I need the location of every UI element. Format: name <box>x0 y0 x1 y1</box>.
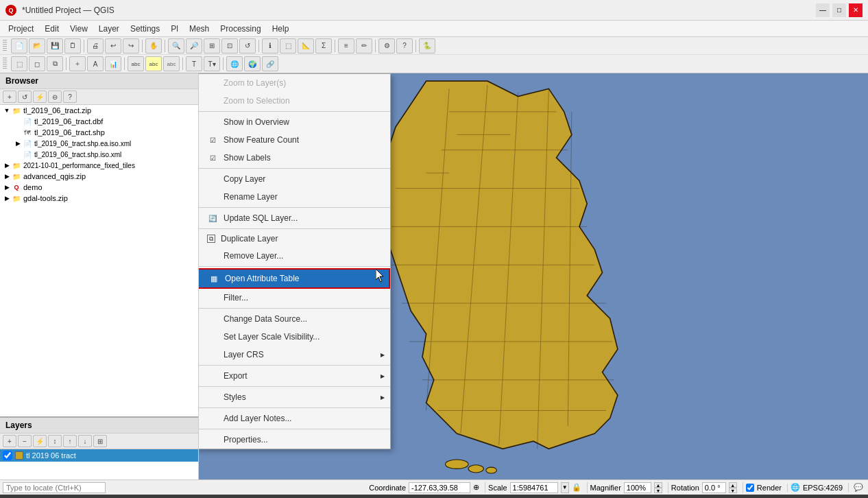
layers-add-button[interactable]: + <box>3 435 16 447</box>
ctx-add-layer-notes[interactable]: Add Layer Notes... <box>199 410 390 427</box>
menu-view[interactable]: View <box>64 23 93 35</box>
sum-button[interactable]: Σ <box>315 38 332 54</box>
python-button[interactable]: 🐍 <box>419 38 435 54</box>
digitize-button[interactable]: ✏ <box>356 38 372 54</box>
ctx-layer-crs[interactable]: Layer CRS <box>199 346 390 364</box>
ctx-styles[interactable]: Styles <box>199 388 390 406</box>
ctx-open-attr-table[interactable]: ▦ Open Attribute Table <box>199 268 390 289</box>
magnifier-up-button[interactable]: ▲ <box>654 482 662 488</box>
tree-item-performance[interactable]: ▶ 📁 2021-10-01_performance_fixed_tiles <box>0 160 198 171</box>
browser-add-button[interactable]: + <box>3 91 16 103</box>
settings-button[interactable]: ⚙ <box>378 38 395 54</box>
open-project-button[interactable]: 📂 <box>29 38 45 54</box>
menu-edit[interactable]: Edit <box>39 23 64 35</box>
ctx-duplicate-layer[interactable]: ⧉ Duplicate Layer <box>199 230 390 247</box>
locate-input[interactable] <box>3 482 106 493</box>
minimize-button[interactable]: — <box>816 3 830 17</box>
ctx-zoom-layers[interactable]: Zoom to Layer(s) <box>199 74 390 92</box>
ctx-set-scale[interactable]: Set Layer Scale Visibility... <box>199 328 390 346</box>
layers-list[interactable]: tl 2019 06 tract <box>0 449 198 479</box>
ctx-properties[interactable]: Properties... <box>199 431 390 449</box>
text-button[interactable]: T <box>186 56 202 71</box>
menu-processing[interactable]: Processing <box>215 23 266 35</box>
menu-mesh[interactable]: Mesh <box>184 23 215 35</box>
label-button[interactable]: A <box>87 56 104 71</box>
tree-item-dbf[interactable]: 📄 tl_2019_06_tract.dbf <box>0 116 198 127</box>
magnifier-input[interactable] <box>624 482 651 493</box>
rotation-down-button[interactable]: ▼ <box>729 488 737 493</box>
tree-item-shp[interactable]: 🗺 tl_2019_06_tract.shp <box>0 127 198 138</box>
ctx-change-datasource[interactable]: Change Data Source... <box>199 310 390 328</box>
new-project-button[interactable]: 📄 <box>11 38 27 54</box>
layers-sort-button[interactable]: ↕ <box>48 435 62 447</box>
label-pin-button[interactable]: abc <box>163 56 180 71</box>
select-button[interactable]: ⬚ <box>280 38 296 54</box>
layer-item-tract[interactable]: tl 2019 06 tract <box>0 449 198 462</box>
globe-button[interactable]: 🌐 <box>226 56 243 71</box>
scale-dropdown-button[interactable]: ▼ <box>561 482 569 493</box>
layers-filter-button[interactable]: ⚡ <box>33 435 47 447</box>
pan-button[interactable]: ✋ <box>145 38 162 54</box>
layers-group-button[interactable]: ⊞ <box>93 435 107 447</box>
browser-collapse-button[interactable]: ⊖ <box>48 91 62 103</box>
coordinate-input[interactable] <box>409 482 470 493</box>
ctx-update-sql[interactable]: 🔄 Update SQL Layer... <box>199 209 390 227</box>
earth-button[interactable]: 🌍 <box>244 56 261 71</box>
print-button[interactable]: 🖨 <box>87 38 104 54</box>
zoom-out-button[interactable]: 🔎 <box>186 38 202 54</box>
browser-help-button[interactable]: ? <box>63 91 77 103</box>
render-checkbox[interactable] <box>746 484 754 492</box>
annotation-button[interactable]: T▾ <box>204 56 220 71</box>
ctx-export[interactable]: Export <box>199 367 390 385</box>
ctx-remove-layer[interactable]: Remove Layer... <box>199 247 390 265</box>
rotation-up-button[interactable]: ▲ <box>729 482 737 488</box>
tree-item-advanced[interactable]: ▶ 📁 advanced_qgis.zip <box>0 171 198 182</box>
zoom-full-button[interactable]: ⊞ <box>204 38 220 54</box>
map-area[interactable]: Zoom to Layer(s) Zoom to Selection Show … <box>199 73 868 479</box>
tree-item-demo[interactable]: ▶ Q demo <box>0 182 198 193</box>
ctx-copy-layer[interactable]: Copy Layer <box>199 170 390 188</box>
layers-down-button[interactable]: ↓ <box>78 435 92 447</box>
help-button[interactable]: ? <box>396 38 413 54</box>
menu-project[interactable]: Project <box>3 23 39 35</box>
browser-refresh-button[interactable]: ↺ <box>18 91 32 103</box>
save-project-button[interactable]: 💾 <box>47 38 63 54</box>
undo-button[interactable]: ↩ <box>105 38 121 54</box>
rotation-input[interactable] <box>702 482 726 493</box>
measure-button[interactable]: 📐 <box>298 38 314 54</box>
ctx-rename-layer[interactable]: Rename Layer <box>199 188 390 206</box>
ctx-filter[interactable]: Filter... <box>199 289 390 307</box>
zoom-selected-button[interactable]: ⊡ <box>221 38 238 54</box>
save-as-button[interactable]: 🗒 <box>64 38 81 54</box>
ctx-zoom-selection[interactable]: Zoom to Selection <box>199 92 390 110</box>
ctx-show-labels[interactable]: ☑ Show Labels <box>199 149 390 167</box>
deselect-button[interactable]: ◻ <box>29 56 45 71</box>
tree-item-ea-xml[interactable]: ▶ 📄 tl_2019_06_tract.shp.ea.iso.xml <box>0 138 198 149</box>
browser-filter-button[interactable]: ⚡ <box>33 91 47 103</box>
invert-selection-button[interactable]: ⧉ <box>47 56 63 71</box>
tree-item-iso-xml[interactable]: 📄 tl_2019_06_tract.shp.iso.xml <box>0 149 198 160</box>
redo-button[interactable]: ↪ <box>123 38 139 54</box>
ctx-show-overview[interactable]: Show in Overview <box>199 113 390 131</box>
layers-button[interactable]: ≡ <box>338 38 354 54</box>
layer-checkbox-tract[interactable] <box>3 451 12 460</box>
layers-remove-button[interactable]: − <box>18 435 32 447</box>
label-style-button[interactable]: abc <box>145 56 162 71</box>
menu-layer[interactable]: Layer <box>93 23 125 35</box>
network-button[interactable]: 🔗 <box>262 56 278 71</box>
refresh-button[interactable]: ↺ <box>239 38 256 54</box>
tree-item-gdal[interactable]: ▶ 📁 gdal-tools.zip <box>0 193 198 204</box>
epsg-section[interactable]: 🌐 EPSG:4269 <box>791 483 849 492</box>
chart-button[interactable]: 📊 <box>105 56 121 71</box>
add-layer-button[interactable]: ＋ <box>69 56 86 71</box>
browser-tree[interactable]: ▼ 📁 tl_2019_06_tract.zip 📄 tl_2019_06_tr… <box>0 105 198 416</box>
magnifier-down-button[interactable]: ▼ <box>654 488 662 493</box>
scale-input[interactable] <box>510 482 558 493</box>
identify-button[interactable]: ℹ <box>262 38 278 54</box>
close-button[interactable]: ✕ <box>849 3 863 17</box>
select-features-button[interactable]: ⬚ <box>11 56 27 71</box>
menu-settings[interactable]: Settings <box>125 23 165 35</box>
menu-plugins[interactable]: Pl <box>165 23 184 35</box>
menu-help[interactable]: Help <box>267 23 295 35</box>
ctx-show-feature-count[interactable]: ☑ Show Feature Count <box>199 131 390 149</box>
